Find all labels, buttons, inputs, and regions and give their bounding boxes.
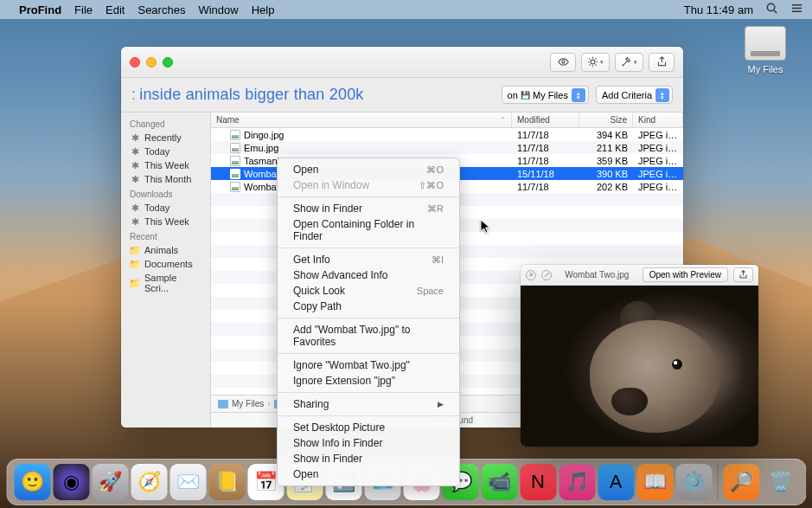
app-name[interactable]: ProFind <box>19 3 61 16</box>
sidebar-item-label: Documents <box>144 259 193 269</box>
share-button[interactable] <box>649 53 675 72</box>
sidebar-item[interactable]: 📁Animals <box>121 243 210 257</box>
quicklook-button[interactable] <box>550 53 576 72</box>
svg-point-5 <box>561 61 564 63</box>
dock-news[interactable]: N <box>520 464 556 500</box>
menu-item[interactable]: Get Info⌘I <box>278 252 459 267</box>
folder-icon <box>218 400 228 408</box>
searchbar: :inside animals bigger than 200k on 💾 My… <box>121 78 683 113</box>
menu-item[interactable]: Set Desktop Picture <box>278 420 459 435</box>
sidebar-item[interactable]: 📁Sample Scri... <box>121 271 210 295</box>
menu-item-label: Ignore "Wombat Two.jpg" <box>293 359 410 371</box>
zoom-button[interactable] <box>163 57 173 68</box>
col-modified[interactable]: Modified <box>512 113 579 127</box>
dock-safari[interactable]: 🧭 <box>131 464 167 500</box>
menu-item[interactable]: Open⌘O <box>278 162 459 177</box>
sidebar-item[interactable]: ✱Today <box>121 145 210 158</box>
menu-item[interactable]: Quick LookSpace <box>278 283 459 299</box>
tools-menu-button[interactable]: ▾ <box>615 53 643 72</box>
menu-item[interactable]: Show in Finder⌘R <box>278 201 459 216</box>
menu-item-label: Quick Look <box>293 285 345 297</box>
file-size: 211 KB <box>579 143 633 153</box>
menu-item-label: Show in Finder <box>293 453 362 465</box>
scope-selector[interactable]: on 💾 My Files ▴▾ <box>502 86 589 104</box>
menu-item[interactable]: Open <box>278 466 459 482</box>
dock-finder[interactable]: 🙂 <box>14 464 50 500</box>
search-query[interactable]: :inside animals bigger than 200k <box>131 86 495 104</box>
table-row[interactable]: Dingo.jpg11/7/18394 KBJPEG ima <box>211 128 683 141</box>
menu-item-label: Open in Window <box>293 179 369 191</box>
menubar: ProFind FileEditSearchesWindowHelp Thu 1… <box>0 0 812 19</box>
sidebar-item[interactable]: ✱Today <box>121 201 210 215</box>
fullscreen-icon[interactable]: ⤢ <box>541 270 552 280</box>
menu-item[interactable]: Show Info in Finder <box>278 435 459 451</box>
file-modified: 11/7/18 <box>512 182 579 192</box>
sidebar-item-label: This Week <box>144 160 189 170</box>
menu-edit[interactable]: Edit <box>105 3 125 16</box>
file-name: Dingo.jpg <box>244 130 284 140</box>
sidebar-item[interactable]: 📁Documents <box>121 257 210 271</box>
dock-mail[interactable]: ✉️ <box>169 464 206 500</box>
file-size: 394 KB <box>579 130 633 140</box>
menu-item[interactable]: Ignore "Wombat Two.jpg" <box>278 357 459 373</box>
action-menu-button[interactable]: ▾ <box>581 53 610 72</box>
svg-point-0 <box>767 3 774 10</box>
shortcut: ⇧⌘O <box>419 180 444 191</box>
sidebar-item-label: This Month <box>144 174 191 184</box>
menu-item[interactable]: Copy Path <box>278 299 459 314</box>
dock-books[interactable]: 📖 <box>636 464 673 500</box>
menu-item[interactable]: Ignore Extension "jpg" <box>278 373 459 389</box>
sidebar-item[interactable]: ✱This Week <box>121 215 210 228</box>
minimize-button[interactable] <box>146 57 157 68</box>
dock-profind[interactable]: 🔎 <box>723 464 759 500</box>
spotlight-icon[interactable] <box>765 2 778 17</box>
dock-itunes[interactable]: 🎵 <box>559 464 595 500</box>
menu-item-label: Sharing <box>293 398 329 410</box>
dock-trash[interactable]: 🗑️ <box>762 464 798 500</box>
menu-file[interactable]: File <box>74 3 93 16</box>
menu-item[interactable]: Show Advanced Info <box>278 267 459 283</box>
col-name[interactable]: Name⌃ <box>211 113 512 127</box>
sidebar-item-label: Animals <box>144 245 178 255</box>
sidebar-heading: Recent <box>121 228 210 243</box>
sidebar-item-label: Sample Scri... <box>144 273 201 293</box>
menu-item[interactable]: Show in Finder <box>278 451 459 466</box>
context-menu: Open⌘OOpen in Window⇧⌘OShow in Finder⌘RO… <box>277 158 460 486</box>
menu-searches[interactable]: Searches <box>137 3 185 16</box>
dock-facetime[interactable]: 📹 <box>481 464 517 500</box>
open-with-button[interactable]: Open with Preview <box>643 267 728 282</box>
shortcut: Space <box>417 286 444 296</box>
shortcut: ⌘R <box>427 203 444 215</box>
sidebar-item-label: Recently <box>144 132 182 143</box>
close-button[interactable] <box>130 57 140 68</box>
dock-siri[interactable]: ◉ <box>53 464 89 500</box>
dock-launchpad[interactable]: 🚀 <box>92 464 128 500</box>
file-kind: JPEG ima <box>633 143 683 153</box>
sidebar-item[interactable]: ✱This Week <box>121 158 210 172</box>
menu-extras-icon[interactable] <box>790 2 803 17</box>
dock-preferences[interactable]: ⚙️ <box>675 464 712 500</box>
dock-contacts[interactable]: 📒 <box>208 464 245 500</box>
chevron-updown-icon: ▴▾ <box>572 88 585 102</box>
menu-item[interactable]: Open Containing Folder in Finder <box>278 216 459 244</box>
menu-window[interactable]: Window <box>198 3 238 16</box>
menu-item[interactable]: Sharing▶ <box>278 396 459 412</box>
smart-icon: ✱ <box>130 132 140 143</box>
col-size[interactable]: Size <box>579 113 633 127</box>
table-row[interactable]: Emu.jpg11/7/18211 KBJPEG ima <box>211 141 683 154</box>
add-criteria-button[interactable]: Add Criteria ▴▾ <box>596 86 673 104</box>
col-kind[interactable]: Kind <box>633 113 683 127</box>
menu-item[interactable]: Add "Wombat Two.jpg" to Favorites <box>278 322 459 350</box>
file-kind: JPEG ima <box>633 169 683 179</box>
sidebar-item-label: Today <box>144 203 169 213</box>
dock-separator <box>717 464 718 500</box>
path-segment[interactable]: My Files <box>232 399 264 408</box>
sidebar-item[interactable]: ✱This Month <box>121 172 210 186</box>
menu-help[interactable]: Help <box>252 3 275 16</box>
desktop-drive[interactable]: My Files <box>736 26 795 74</box>
share-button[interactable] <box>733 267 753 282</box>
file-modified: 15/11/18 <box>512 169 579 179</box>
dock-appstore[interactable]: A <box>598 464 634 500</box>
close-icon[interactable]: ✕ <box>526 270 536 280</box>
sidebar-item[interactable]: ✱Recently <box>121 131 210 145</box>
